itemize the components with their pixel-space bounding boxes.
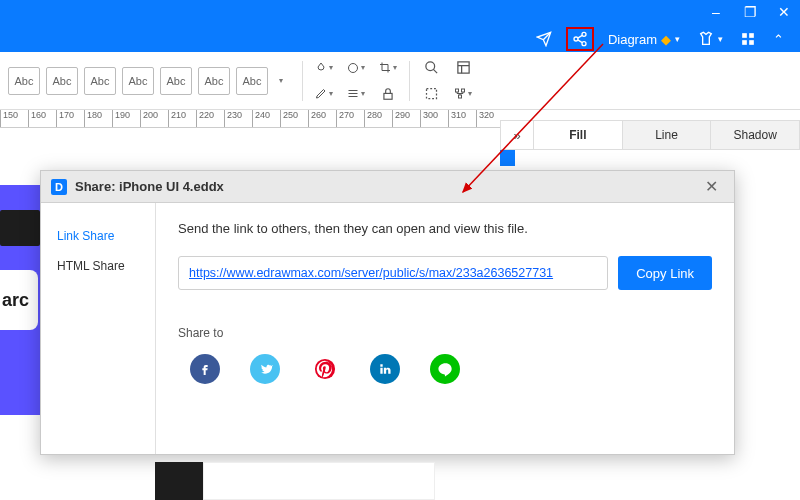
- chevron-up-icon[interactable]: ⌃: [769, 30, 788, 49]
- app-menubar: Diagram ◆ ▾ ▾ ⌃: [0, 26, 800, 52]
- svg-point-0: [582, 32, 586, 36]
- share-icon[interactable]: [566, 27, 594, 51]
- send-icon[interactable]: [532, 29, 556, 49]
- window-titlebar: – ❐ ✕: [0, 0, 800, 26]
- diamond-icon: ◆: [661, 32, 671, 47]
- ruler-tick: 190: [112, 110, 130, 127]
- svg-point-2: [582, 42, 586, 46]
- sidebar-item-link-share[interactable]: Link Share: [41, 221, 155, 251]
- pinterest-icon[interactable]: [310, 354, 340, 384]
- svg-rect-13: [462, 89, 465, 92]
- window-maximize-button[interactable]: ❐: [742, 4, 758, 20]
- dialog-close-button[interactable]: ✕: [699, 175, 724, 198]
- ruler-tick: 280: [364, 110, 382, 127]
- svg-rect-3: [742, 33, 747, 38]
- svg-rect-5: [742, 40, 747, 45]
- crop-icon[interactable]: ▾: [379, 59, 397, 77]
- copy-link-button[interactable]: Copy Link: [618, 256, 712, 290]
- style-preset-6[interactable]: Abc: [236, 67, 268, 95]
- style-preset-4[interactable]: Abc: [160, 67, 192, 95]
- ruler-tick: 180: [84, 110, 102, 127]
- svg-rect-10: [457, 62, 468, 73]
- paint-drop-icon[interactable]: ▾: [315, 59, 333, 77]
- layout-icon[interactable]: [454, 59, 472, 77]
- dialog-content: Send the link to others, then they can o…: [156, 203, 734, 454]
- toolbar-separator: [409, 61, 410, 101]
- svg-rect-11: [426, 89, 436, 99]
- lines-icon[interactable]: ▾: [347, 85, 365, 103]
- style-preset-5[interactable]: Abc: [198, 67, 230, 95]
- svg-rect-14: [459, 95, 462, 98]
- toolbar-separator: [302, 61, 303, 101]
- ruler-tick: 270: [336, 110, 354, 127]
- ruler-tick: 220: [196, 110, 214, 127]
- ruler-tick: 240: [252, 110, 270, 127]
- canvas-shape-text: arc: [0, 270, 38, 330]
- apps-icon[interactable]: [737, 30, 759, 48]
- svg-point-9: [425, 62, 434, 71]
- svg-rect-6: [749, 40, 754, 45]
- social-icons-row: [178, 354, 712, 384]
- ruler-tick: 150: [0, 110, 18, 127]
- sidebar-item-html-share[interactable]: HTML Share: [41, 251, 155, 281]
- expand-panel-icon[interactable]: »: [500, 120, 534, 150]
- horizontal-ruler: 1501601701801902002102202302402502602702…: [0, 110, 500, 128]
- line-icon[interactable]: [430, 354, 460, 384]
- svg-point-7: [349, 63, 358, 72]
- share-url-field[interactable]: https://www.edrawmax.com/server/public/s…: [178, 256, 608, 290]
- ruler-tick: 300: [420, 110, 438, 127]
- more-icon[interactable]: ▾: [272, 72, 290, 90]
- tab-line[interactable]: Line: [623, 120, 712, 150]
- lock-icon[interactable]: [379, 85, 397, 103]
- window-close-button[interactable]: ✕: [776, 4, 792, 20]
- selection-icon[interactable]: [422, 85, 440, 103]
- share-dialog: D Share: iPhone UI 4.eddx ✕ Link Share H…: [40, 170, 735, 455]
- ruler-tick: 230: [224, 110, 242, 127]
- dialog-title: Share: iPhone UI 4.eddx: [75, 179, 224, 194]
- ruler-tick: 170: [56, 110, 74, 127]
- svg-rect-4: [749, 33, 754, 38]
- ruler-tick: 310: [448, 110, 466, 127]
- svg-rect-12: [456, 89, 459, 92]
- diagram-menu[interactable]: Diagram ◆ ▾: [604, 30, 684, 49]
- properties-panel-tabs: » Fill Line Shadow: [500, 120, 800, 150]
- ruler-tick: 260: [308, 110, 326, 127]
- ruler-tick: 160: [28, 110, 46, 127]
- svg-point-1: [574, 37, 578, 41]
- tab-shadow[interactable]: Shadow: [711, 120, 800, 150]
- twitter-icon[interactable]: [250, 354, 280, 384]
- ruler-tick: 320: [476, 110, 494, 127]
- dialog-message: Send the link to others, then they can o…: [178, 221, 712, 236]
- tab-fill[interactable]: Fill: [534, 120, 623, 150]
- format-toolbar: AbcAbcAbcAbcAbcAbcAbc ▾ ▾ ▾ ▾ ▾ ▾ ▾: [0, 52, 800, 110]
- style-preset-0[interactable]: Abc: [8, 67, 40, 95]
- share-to-label: Share to: [178, 326, 712, 340]
- facebook-icon[interactable]: [190, 354, 220, 384]
- ruler-tick: 200: [140, 110, 158, 127]
- linkedin-icon[interactable]: [370, 354, 400, 384]
- app-logo-icon: D: [51, 179, 67, 195]
- style-presets: AbcAbcAbcAbcAbcAbcAbc: [8, 67, 268, 95]
- circle-icon[interactable]: ▾: [347, 59, 365, 77]
- ruler-tick: 250: [280, 110, 298, 127]
- fill-color-swatch[interactable]: [499, 150, 515, 166]
- ruler-tick: 290: [392, 110, 410, 127]
- ruler-tick: 210: [168, 110, 186, 127]
- dialog-sidebar: Link Share HTML Share: [41, 203, 156, 454]
- dialog-titlebar: D Share: iPhone UI 4.eddx ✕: [41, 171, 734, 203]
- nodes-icon[interactable]: ▾: [454, 85, 472, 103]
- style-preset-2[interactable]: Abc: [84, 67, 116, 95]
- pencil-icon[interactable]: ▾: [315, 85, 333, 103]
- search-icon[interactable]: [422, 59, 440, 77]
- style-preset-3[interactable]: Abc: [122, 67, 154, 95]
- window-minimize-button[interactable]: –: [708, 4, 724, 20]
- shirt-icon[interactable]: ▾: [694, 29, 727, 49]
- canvas-shape: [0, 210, 40, 246]
- diagram-label: Diagram: [608, 32, 657, 47]
- svg-rect-8: [384, 93, 392, 99]
- canvas-shape: [155, 462, 435, 500]
- style-preset-1[interactable]: Abc: [46, 67, 78, 95]
